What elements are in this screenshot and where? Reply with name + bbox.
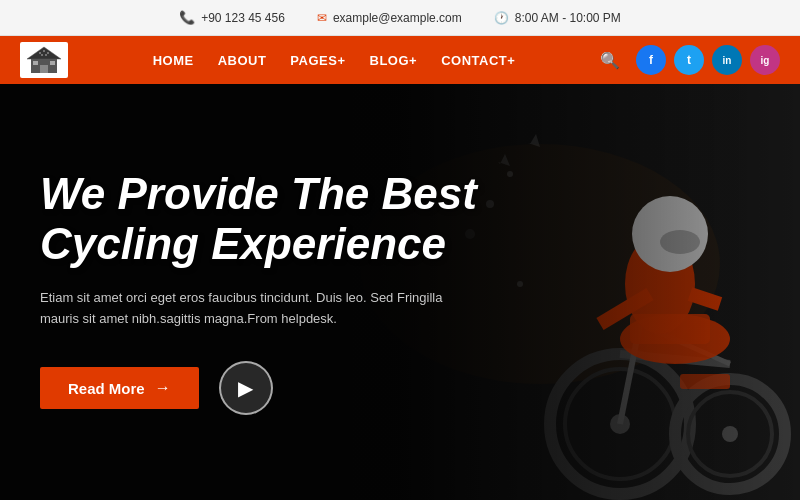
linkedin-icon[interactable]: in — [712, 45, 742, 75]
logo-image — [20, 42, 68, 78]
nav-item-about[interactable]: ABOUT — [218, 51, 267, 69]
top-bar: 📞 +90 123 45 456 ✉ example@example.com 🕐… — [0, 0, 800, 36]
phone-number: +90 123 45 456 — [201, 11, 285, 25]
play-icon: ▶ — [238, 376, 253, 400]
hero-title: We Provide The Best Cycling Experience — [40, 169, 477, 270]
svg-point-6 — [43, 50, 45, 52]
email-address: example@example.com — [333, 11, 462, 25]
nav-item-blog[interactable]: BLOG+ — [370, 51, 418, 69]
nav-links: HOME ABOUT PAGES+ BLOG+ CONTACT+ — [153, 51, 516, 69]
nav-right: 🔍 f t in ig — [600, 45, 780, 75]
nav-item-pages[interactable]: PAGES+ — [290, 51, 345, 69]
nav-item-home[interactable]: HOME — [153, 51, 194, 69]
svg-rect-3 — [33, 61, 38, 65]
read-more-button[interactable]: Read More → — [40, 367, 199, 409]
email-icon: ✉ — [317, 11, 327, 25]
play-button[interactable]: ▶ — [219, 361, 273, 415]
svg-rect-2 — [40, 65, 48, 73]
hero-content: We Provide The Best Cycling Experience E… — [0, 169, 517, 416]
svg-marker-0 — [27, 47, 61, 59]
search-icon[interactable]: 🔍 — [600, 51, 620, 70]
svg-point-5 — [39, 52, 41, 54]
hero-subtitle: Etiam sit amet orci eget eros faucibus t… — [40, 288, 460, 330]
svg-point-9 — [45, 54, 47, 56]
business-hours: 8:00 AM - 10:00 PM — [515, 11, 621, 25]
phone-item: 📞 +90 123 45 456 — [179, 10, 285, 25]
hero-section: We Provide The Best Cycling Experience E… — [0, 84, 800, 500]
email-item: ✉ example@example.com — [317, 11, 462, 25]
phone-icon: 📞 — [179, 10, 195, 25]
arrow-icon: → — [155, 379, 171, 397]
navbar: REAL ESTATE HOME ABOUT PAGES+ BLOG+ CONT… — [0, 36, 800, 84]
svg-point-7 — [47, 52, 49, 54]
clock-icon: 🕐 — [494, 11, 509, 25]
facebook-icon[interactable]: f — [636, 45, 666, 75]
twitter-icon[interactable]: t — [674, 45, 704, 75]
hours-item: 🕐 8:00 AM - 10:00 PM — [494, 11, 621, 25]
svg-rect-4 — [50, 61, 55, 65]
instagram-icon[interactable]: ig — [750, 45, 780, 75]
svg-point-8 — [41, 54, 43, 56]
hero-actions: Read More → ▶ — [40, 361, 477, 415]
nav-item-contact[interactable]: CONTACT+ — [441, 51, 515, 69]
nav-logo: REAL ESTATE — [20, 42, 68, 78]
